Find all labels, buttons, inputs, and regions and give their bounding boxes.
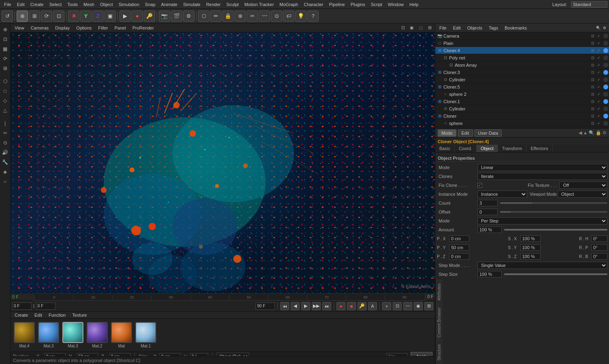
menu-mesh[interactable]: Mesh	[81, 1, 97, 8]
obj-flag-lock-polynet[interactable]: ✓	[596, 55, 602, 61]
left-tool-3[interactable]: ▦	[1, 44, 10, 53]
obj-flag-vis-cloner4[interactable]: ⊡	[590, 48, 596, 53]
material-item-mat2[interactable]: Mat.2	[87, 322, 108, 348]
amount-input[interactable]	[477, 226, 502, 233]
vp-icon-3[interactable]: □	[417, 24, 424, 32]
material-item-mat3b[interactable]: Mat.3	[62, 322, 83, 348]
obj-item-polynet[interactable]: ⊡ Poly net ⊡ ✓	[435, 54, 609, 61]
spline-button[interactable]: 〰	[259, 11, 270, 22]
obj-objects[interactable]: Objects	[465, 25, 485, 31]
viewport-3d[interactable]: © Fabian Aerts	[11, 32, 435, 293]
left-tool-10[interactable]: |	[1, 119, 10, 128]
sy-input[interactable]	[520, 244, 541, 251]
menu-simulation[interactable]: Simulation	[116, 1, 142, 8]
menu-select[interactable]: Select	[47, 1, 64, 8]
obj-item-cloner5[interactable]: ⊞ Cloner.5 ⊡ ✓	[435, 83, 609, 91]
obj-flag-vis-polynet[interactable]: ⊡	[590, 55, 596, 61]
undo-button[interactable]: ↺	[2, 11, 13, 22]
stepsize-input[interactable]	[477, 271, 502, 277]
fixclone-checkbox[interactable]: ✓	[477, 183, 482, 188]
rotate-tool-button[interactable]: ⟳	[41, 11, 52, 22]
vp-tab-panel[interactable]: Panel	[112, 25, 128, 31]
userdata-button[interactable]: User Data	[475, 129, 502, 137]
obj-bookmarks[interactable]: Bookmarks	[502, 25, 529, 31]
left-tool-6[interactable]: ⬡	[1, 77, 10, 86]
strip-tab-content[interactable]: Content Browser	[436, 304, 442, 341]
render-button[interactable]: 🎬	[171, 11, 182, 22]
left-tool-8[interactable]: ◇	[1, 96, 10, 105]
menu-tools[interactable]: Tools	[65, 1, 80, 8]
snap-button[interactable]: 🔒	[222, 11, 234, 22]
goto-end-button[interactable]: ⏭	[322, 302, 331, 310]
obj-flag-lock-cloner5[interactable]: ✓	[596, 84, 602, 90]
obj-flag-vis-cloner3[interactable]: ⊡	[590, 70, 596, 75]
py-input[interactable]	[449, 244, 469, 251]
vp-tab-prorender[interactable]: ProRender	[130, 25, 156, 31]
menu-script[interactable]: Script	[368, 1, 385, 8]
obj-flag-vis-cloner1[interactable]: ⊡	[590, 99, 596, 104]
material-item-mat3[interactable]: Mat.3	[38, 322, 59, 348]
menu-edit[interactable]: Edit	[15, 1, 27, 8]
timeline-ruler[interactable]: 0 10 20 30 40 50 60 70 80 90	[33, 293, 425, 301]
vp-icon-1[interactable]: ⊡	[399, 24, 407, 32]
left-tool-7[interactable]: □	[1, 87, 10, 95]
key-button[interactable]: 🔑	[358, 302, 366, 310]
obj-item-cylinder2[interactable]: ⊙ Cylinder ⊡ ✓	[435, 105, 609, 112]
obj-flag-lock-cloner[interactable]: ✓	[596, 113, 602, 119]
menu-character[interactable]: Character	[301, 1, 326, 8]
render-settings-button[interactable]: ⚙	[183, 11, 194, 22]
play-forward-button[interactable]: ▶	[301, 302, 310, 310]
sz-input[interactable]	[520, 253, 541, 260]
menu-object[interactable]: Object	[98, 1, 115, 8]
sx-input[interactable]	[520, 235, 541, 242]
obj-flag-vis-cloner5[interactable]: ⊡	[590, 84, 596, 90]
left-tool-11[interactable]: ✂	[1, 129, 10, 138]
obj-flag-vis-plain[interactable]: ⊡	[590, 40, 596, 46]
obj-item-cloner[interactable]: ⊞ Cloner ⊡ ✓	[435, 112, 609, 120]
left-tool-4[interactable]: ⟳	[1, 54, 10, 63]
vp-icon-2[interactable]: ◉	[408, 24, 415, 32]
record-button[interactable]: ●	[336, 302, 345, 310]
vp-tab-filter[interactable]: Filter	[96, 25, 110, 31]
obj-item-cloner1[interactable]: ⊞ Cloner.1 ⊡ ✓	[435, 98, 609, 105]
strip-tab-attributes[interactable]: Attributes	[436, 280, 442, 304]
scale-tool-button[interactable]: ⊞	[29, 11, 40, 22]
obj-flag-vis-cylinder1[interactable]: ⊡	[590, 77, 596, 83]
move-tool-button[interactable]: ⊕	[17, 11, 28, 22]
layers-button[interactable]: ⊞	[424, 302, 433, 310]
menu-help[interactable]: Help	[407, 1, 421, 8]
material-item-mat[interactable]: Mat	[111, 322, 132, 348]
paint-button[interactable]: ✏	[210, 11, 221, 22]
material-item-mat4[interactable]: Mat.4	[14, 322, 35, 348]
tab-effectors[interactable]: Effectors	[526, 145, 552, 152]
mode-button[interactable]: Mode	[438, 129, 456, 137]
obj-flag-vis-cylinder2[interactable]: ⊡	[590, 106, 596, 112]
left-tool-16[interactable]: ○	[1, 177, 10, 186]
instancemode-select[interactable]: InstanceMulti-Instance	[477, 190, 527, 198]
timeline-button[interactable]: ⊡	[393, 302, 402, 310]
edit-button[interactable]: Edit	[458, 129, 473, 137]
curve-button[interactable]: ◉	[414, 302, 423, 310]
play-fast-button[interactable]: ▶▶	[312, 302, 321, 310]
px-input[interactable]	[449, 235, 469, 242]
current-frame-input[interactable]	[12, 303, 32, 310]
menu-mograph[interactable]: MoGraph	[277, 1, 300, 8]
settings-icon[interactable]: ⚙	[602, 25, 607, 31]
obj-flag-lock-cloner4[interactable]: ✓	[596, 48, 602, 53]
obj-edit[interactable]: Edit	[451, 25, 463, 31]
tag-button[interactable]: 🏷	[283, 11, 294, 22]
motion-button[interactable]: 〰	[403, 302, 412, 310]
attr-fwd-icon[interactable]: ▲	[583, 130, 588, 135]
vp-tab-cameras[interactable]: Cameras	[28, 25, 51, 31]
menu-pipeline[interactable]: Pipeline	[326, 1, 347, 8]
world-button[interactable]: ▣	[104, 11, 116, 22]
menu-plugins[interactable]: Plugins	[348, 1, 368, 8]
obj-flag-lock-camera[interactable]: ✓	[596, 33, 602, 39]
obj-item-camera[interactable]: 📷 Camera ⊡ ✓	[435, 32, 609, 40]
obj-flag-vis-cloner[interactable]: ⊡	[590, 113, 596, 119]
viewportmode-select[interactable]: ObjectPoint	[558, 190, 607, 198]
play-button[interactable]: ▶	[119, 11, 131, 22]
knife-button[interactable]: ✂	[247, 11, 258, 22]
obj-flag-lock-cylinder2[interactable]: ✓	[596, 106, 602, 112]
rp-input[interactable]	[591, 244, 607, 251]
